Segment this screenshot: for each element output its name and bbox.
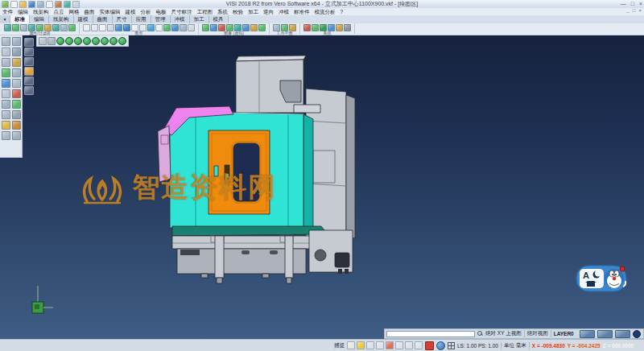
status-button[interactable] — [597, 330, 613, 338]
toolbar-icon[interactable] — [4, 24, 11, 31]
toolbar-icon[interactable] — [147, 24, 155, 31]
status-button[interactable] — [615, 330, 630, 338]
status-circle-icon[interactable] — [633, 330, 641, 338]
menu-item[interactable]: 校验 — [230, 8, 246, 15]
menu-item[interactable]: 建模 — [123, 8, 138, 15]
left-panel-icon[interactable] — [12, 89, 21, 98]
view-orientation-icon[interactable] — [74, 37, 82, 45]
left-panel-icon[interactable] — [12, 100, 21, 109]
qat-icon[interactable] — [37, 1, 44, 8]
toolbar-icon[interactable] — [60, 24, 68, 31]
child-close-button[interactable]: × — [638, 8, 642, 13]
menu-item[interactable]: 逆向 — [261, 8, 276, 15]
menu-item[interactable]: 电极 — [154, 8, 169, 15]
left-panel-icon[interactable] — [12, 79, 21, 88]
close-button[interactable]: × — [639, 0, 642, 8]
left-panel-icon[interactable] — [2, 100, 10, 109]
toolbar-icon[interactable] — [83, 24, 90, 31]
child-restore-button[interactable]: □ — [633, 8, 636, 13]
view-orientation-icon[interactable] — [65, 37, 73, 45]
qat-icon[interactable] — [72, 1, 80, 8]
toolbar-icon[interactable] — [115, 24, 122, 31]
left-panel-icon[interactable] — [2, 131, 10, 140]
view-orientation-icon[interactable] — [101, 37, 109, 45]
child-minimize-button[interactable]: _ — [627, 8, 630, 13]
left-panel-icon[interactable] — [12, 110, 21, 119]
snap-toggle-icon[interactable] — [405, 341, 413, 349]
tab-7[interactable]: 应用 — [132, 15, 151, 23]
toolbar-icon[interactable] — [180, 24, 187, 31]
view-orientation-icon[interactable] — [83, 37, 91, 45]
menu-item[interactable]: 尺寸标注 — [169, 8, 195, 15]
tab-dropdown-button[interactable]: ▼ — [0, 15, 10, 23]
dock-tab-button[interactable] — [24, 67, 34, 76]
toolbar-icon[interactable] — [303, 24, 311, 31]
dock-tab-button[interactable] — [24, 76, 34, 85]
dock-tab-button[interactable] — [24, 57, 34, 66]
tab-5[interactable]: 曲面 — [93, 15, 113, 23]
menu-item[interactable]: 曲面 — [82, 8, 97, 15]
left-panel-icon[interactable] — [2, 89, 10, 98]
graphics-viewport[interactable]: 智造资料网 A — [0, 35, 644, 339]
view-orientation-icon[interactable] — [118, 37, 126, 45]
menu-item[interactable]: 线架构 — [31, 8, 52, 15]
view-orientation-icon[interactable] — [109, 37, 118, 45]
left-panel-icon[interactable] — [12, 47, 21, 56]
search-icon[interactable] — [477, 331, 483, 337]
snap-special-icon[interactable] — [425, 341, 434, 350]
menu-item[interactable]: 分析 — [138, 8, 154, 15]
left-panel-icon[interactable] — [12, 58, 21, 67]
tab-11[interactable]: 模具 — [209, 15, 229, 23]
left-panel-icon[interactable] — [12, 37, 21, 46]
qat-icon[interactable] — [19, 1, 27, 8]
toolbar-icon[interactable] — [258, 24, 266, 31]
grid-icon[interactable] — [448, 342, 455, 349]
qat-icon[interactable] — [28, 1, 35, 8]
left-panel-icon[interactable] — [12, 121, 21, 130]
search-input[interactable] — [386, 331, 475, 337]
view-orientation-icon[interactable] — [56, 37, 64, 45]
tab-2[interactable]: 编辑 — [30, 15, 49, 23]
toolbar-icon[interactable] — [210, 24, 217, 31]
tab-8[interactable]: 管理 — [151, 15, 171, 23]
tab-6[interactable]: 尺寸 — [113, 15, 132, 23]
left-panel-icon[interactable] — [2, 37, 10, 46]
left-panel-icon[interactable] — [2, 79, 10, 88]
qat-icon[interactable] — [64, 1, 71, 8]
refresh-icon[interactable] — [436, 341, 445, 350]
menu-item[interactable]: ? — [338, 8, 346, 15]
toolbar-icon[interactable] — [99, 24, 106, 31]
snap-toggle-icon[interactable] — [376, 341, 384, 349]
left-panel-icon[interactable] — [12, 131, 21, 140]
qat-icon[interactable] — [55, 1, 62, 8]
tab-1[interactable]: 标准 — [10, 15, 30, 23]
dock-tab-button[interactable] — [24, 38, 34, 47]
status-button[interactable] — [580, 330, 595, 338]
view-orientation-icon[interactable] — [92, 37, 100, 45]
toolbar-icon[interactable] — [155, 24, 163, 31]
tab-10[interactable]: 加工 — [190, 15, 209, 23]
snap-toggle-icon[interactable] — [347, 341, 355, 349]
snap-toggle-icon[interactable] — [415, 341, 423, 349]
toolbar-icon[interactable] — [52, 24, 60, 31]
dock-tab-button[interactable] — [24, 47, 34, 56]
layer-indicator[interactable]: LAYER0 — [554, 331, 574, 337]
toolbar-icon[interactable] — [202, 24, 209, 31]
toolbar-icon[interactable] — [68, 24, 76, 31]
toolbar-icon[interactable] — [123, 24, 130, 31]
toolbar-icon[interactable] — [20, 24, 27, 31]
menu-item[interactable]: 编辑 — [15, 8, 31, 15]
left-panel-icon[interactable] — [12, 68, 21, 77]
qat-icon[interactable] — [10, 1, 18, 8]
qat-icon[interactable] — [2, 1, 9, 8]
current-view-label[interactable]: 绝对视图 — [527, 330, 548, 337]
minimize-button[interactable]: — — [621, 0, 626, 8]
menu-item[interactable]: 标准件 — [291, 8, 312, 15]
menu-item[interactable]: 实体编辑 — [97, 8, 123, 15]
view-toolbar-icon[interactable] — [47, 37, 56, 45]
tab-3[interactable]: 线架构 — [49, 15, 74, 23]
qat-icon[interactable] — [46, 1, 53, 8]
toolbar-icon[interactable] — [107, 24, 114, 31]
menu-item[interactable]: 文件 — [0, 8, 15, 15]
left-panel-icon[interactable] — [2, 47, 10, 56]
